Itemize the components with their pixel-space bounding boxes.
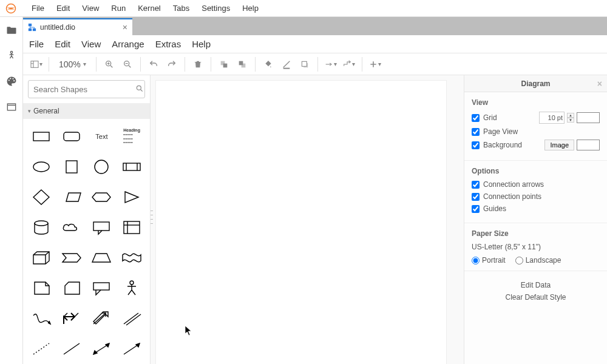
svg-point-18 [137, 86, 141, 90]
view-mode-icon[interactable]: ▾ [27, 55, 45, 73]
zoom-out-icon[interactable] [118, 55, 137, 73]
grid-size-stepper[interactable]: ▲▼ [567, 113, 574, 123]
view-heading: View [472, 98, 600, 107]
menu-kernel[interactable]: Kernel [132, 4, 167, 13]
to-back-icon[interactable] [233, 55, 251, 73]
jupyter-menubar: File Edit View Run Kernel Tabs Settings … [0, 0, 607, 17]
shape-category-general[interactable]: ▾ General [23, 103, 150, 119]
shape-trapezoid[interactable] [89, 246, 115, 269]
menu-run[interactable]: Run [105, 4, 132, 13]
portrait-radio[interactable]: Portrait [472, 256, 506, 265]
close-format-icon[interactable]: × [597, 79, 602, 89]
shape-triangle[interactable] [118, 186, 145, 209]
search-icon[interactable] [135, 84, 144, 95]
running-icon[interactable] [5, 50, 18, 62]
shape-double-line[interactable] [118, 307, 145, 330]
grid-checkbox[interactable] [472, 114, 480, 122]
pageview-label: Page View [483, 127, 518, 136]
svg-point-33 [130, 281, 134, 285]
connection-icon[interactable]: ▾ [322, 55, 340, 73]
dio-menu-arrange[interactable]: Arrange [112, 39, 144, 49]
shape-line[interactable] [58, 337, 85, 360]
grid-size-input[interactable]: 10 pt [539, 112, 565, 124]
background-image-button[interactable]: Image [544, 140, 574, 150]
background-checkbox[interactable] [472, 141, 480, 149]
shape-square[interactable] [58, 155, 85, 178]
edit-data-link[interactable]: Edit Data [470, 281, 601, 289]
tab-untitled[interactable]: untitled.dio × [23, 18, 132, 35]
dio-menu-extras[interactable]: Extras [155, 39, 181, 49]
shape-cylinder[interactable] [28, 216, 55, 239]
shape-text[interactable]: Text [89, 125, 115, 148]
tabs-icon[interactable] [5, 101, 18, 113]
shape-step[interactable] [58, 246, 85, 269]
menu-tabs[interactable]: Tabs [167, 4, 195, 13]
zoom-level[interactable]: 100%▾ [53, 59, 92, 69]
search-input[interactable] [33, 85, 135, 94]
canvas-page[interactable] [155, 80, 447, 364]
activity-bar [0, 17, 23, 364]
shape-tape[interactable] [118, 246, 145, 269]
undo-icon[interactable] [144, 55, 163, 73]
dio-menu-view[interactable]: View [81, 39, 101, 49]
shape-hexagon[interactable] [89, 186, 115, 209]
shape-bidir-arrow[interactable] [58, 307, 85, 330]
canvas[interactable] [151, 75, 464, 364]
shape-card[interactable] [58, 277, 85, 300]
shape-curve[interactable] [28, 307, 55, 330]
guides-checkbox[interactable] [472, 205, 480, 213]
menu-settings[interactable]: Settings [195, 4, 236, 13]
dio-menu-file[interactable]: File [29, 39, 44, 49]
shape-heading[interactable]: Heading━━━━━━━━━━━━ [118, 125, 145, 148]
drawio-file-icon [28, 23, 36, 32]
shape-process[interactable] [118, 155, 145, 178]
shape-arrow[interactable] [89, 307, 115, 330]
shape-dashed-line[interactable] [28, 337, 55, 360]
search-shapes-box[interactable] [28, 80, 145, 98]
shape-ellipse[interactable] [28, 155, 55, 178]
landscape-radio[interactable]: Landscape [515, 256, 561, 265]
redo-icon[interactable] [163, 55, 181, 73]
insert-icon[interactable]: ▾ [366, 55, 384, 73]
close-icon[interactable]: × [123, 23, 127, 32]
shape-diamond[interactable] [28, 186, 55, 209]
shape-cloud[interactable] [58, 216, 85, 239]
shape-actor[interactable] [118, 277, 145, 300]
waypoint-icon[interactable]: ▾ [340, 55, 358, 73]
menu-view[interactable]: View [76, 4, 105, 13]
svg-rect-9 [33, 29, 36, 31]
shadow-icon[interactable] [296, 55, 314, 73]
shape-rounded-rectangle[interactable] [58, 125, 85, 148]
clear-style-link[interactable]: Clear Default Style [470, 293, 601, 302]
zoom-in-icon[interactable] [100, 55, 118, 73]
shape-callout2[interactable] [89, 277, 115, 300]
background-color-swatch[interactable] [577, 140, 600, 150]
menu-file[interactable]: File [25, 4, 50, 13]
papersize-value[interactable]: US-Letter (8,5" x 11") [472, 243, 541, 251]
menu-edit[interactable]: Edit [50, 4, 76, 13]
menu-help[interactable]: Help [236, 4, 265, 13]
shape-internal-storage[interactable] [118, 216, 145, 239]
options-heading: Options [472, 167, 600, 175]
palette-icon[interactable] [5, 75, 18, 87]
conn-points-checkbox[interactable] [472, 193, 480, 201]
pageview-checkbox[interactable] [472, 128, 480, 136]
shape-callout[interactable] [89, 216, 115, 239]
line-color-icon[interactable] [277, 55, 296, 73]
shape-note[interactable] [28, 277, 55, 300]
to-front-icon[interactable] [215, 55, 233, 73]
folder-icon[interactable] [5, 24, 18, 36]
shape-parallelogram[interactable] [58, 186, 85, 209]
shape-rectangle[interactable] [28, 125, 55, 148]
conn-arrows-checkbox[interactable] [472, 181, 480, 189]
dio-menu-help[interactable]: Help [192, 39, 211, 49]
delete-icon[interactable] [189, 55, 207, 73]
splitter-handle[interactable] [151, 209, 153, 226]
shape-circle[interactable] [89, 155, 115, 178]
shape-directional-line[interactable] [118, 337, 145, 360]
shape-cube[interactable] [28, 246, 55, 269]
fill-color-icon[interactable] [259, 55, 277, 73]
shape-bidirectional-line[interactable] [89, 337, 115, 360]
grid-color-swatch[interactable] [577, 112, 600, 123]
dio-menu-edit[interactable]: Edit [55, 39, 70, 49]
